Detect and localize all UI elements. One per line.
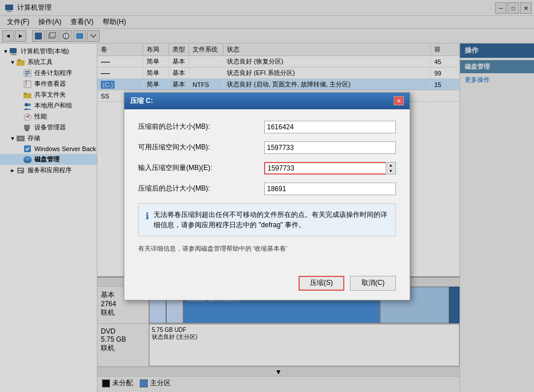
total-before-label: 压缩前的总计大小(MB): [138, 122, 264, 132]
input-label: 输入压缩空间量(MB)(E): [138, 163, 264, 173]
total-after-value: 18691 [264, 183, 396, 195]
total-after-label: 压缩后的总计大小(MB): [138, 184, 264, 193]
total-before-value: 1616424 [264, 121, 396, 133]
info-icon: ℹ [146, 209, 149, 230]
modal-close-button[interactable]: ✕ [394, 96, 404, 105]
modal-body: 压缩前的总计大小(MB): 1616424 可用压缩空间大小(MB): 1597… [124, 109, 410, 271]
modal-footer: 压缩(S) 取消(C) [124, 271, 410, 300]
modal-overlay: 压缩 C: ✕ 压缩前的总计大小(MB): 1616424 可用压缩空间大小(M… [0, 0, 534, 392]
available-value: 1597733 [264, 141, 396, 154]
info-text: 无法将卷压缩到超出任何不可移动的文件所在的点。有关完成该操作时间的详细信息，请参… [154, 209, 388, 230]
available-label: 可用压缩空间大小(MB): [138, 142, 264, 152]
input-wrapper: ▲ ▼ [264, 162, 396, 175]
modal-help-text: 有关详细信息，请参阅磁盘管理帮助中的 '收缩基本卷' [138, 244, 396, 253]
spinner-down[interactable]: ▼ [386, 168, 395, 174]
modal-info-box: ℹ 无法将卷压缩到超出任何不可移动的文件所在的点。有关完成该操作时间的详细信息，… [138, 203, 396, 236]
compress-amount-input[interactable] [264, 162, 396, 175]
modal-row-available: 可用压缩空间大小(MB): 1597733 [138, 141, 396, 154]
shrink-button[interactable]: 压缩(S) [299, 276, 344, 291]
modal-row-total-after: 压缩后的总计大小(MB): 18691 [138, 183, 396, 195]
modal-title: 压缩 C: [130, 96, 153, 106]
compress-modal: 压缩 C: ✕ 压缩前的总计大小(MB): 1616424 可用压缩空间大小(M… [124, 92, 410, 300]
modal-row-total-before: 压缩前的总计大小(MB): 1616424 [138, 121, 396, 133]
cancel-button[interactable]: 取消(C) [350, 276, 396, 291]
modal-titlebar: 压缩 C: ✕ [124, 93, 410, 109]
spinner: ▲ ▼ [386, 162, 396, 175]
modal-row-input: 输入压缩空间量(MB)(E): ▲ ▼ [138, 162, 396, 175]
spinner-up[interactable]: ▲ [386, 163, 395, 168]
